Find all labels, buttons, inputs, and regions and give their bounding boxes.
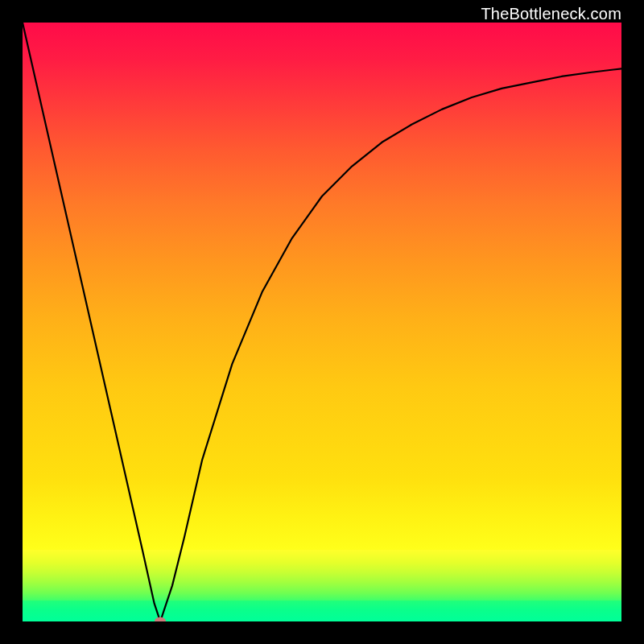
bottleneck-curve [23,23,621,621]
optimal-point-marker [155,617,166,622]
curve-svg [23,23,621,621]
plot-area [23,23,621,621]
watermark-text: TheBottleneck.com [481,5,621,23]
chart-frame: TheBottleneck.com [0,0,644,644]
